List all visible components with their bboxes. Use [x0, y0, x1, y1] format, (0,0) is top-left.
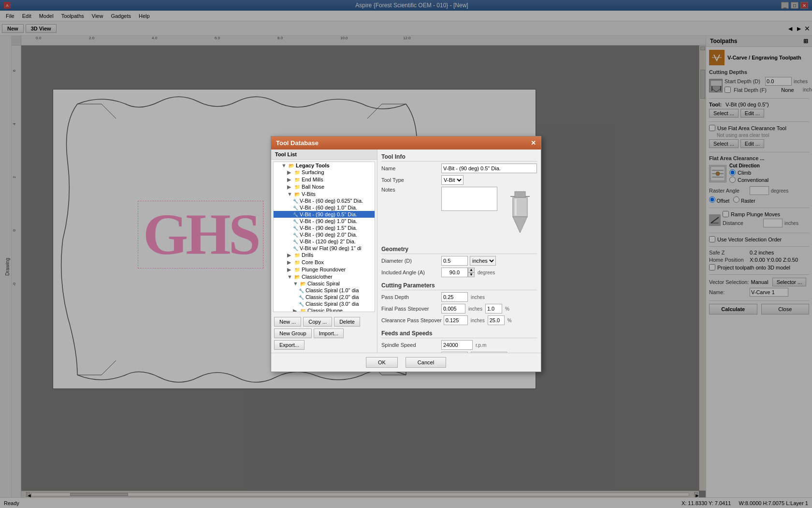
final-pass-input[interactable]: [441, 304, 465, 314]
dialog-cancel-btn[interactable]: Cancel: [406, 357, 446, 368]
export-btn[interactable]: Export...: [274, 340, 304, 350]
expand-classic-spiral[interactable]: ▼: [293, 281, 299, 286]
clearance-row: Clearance Pass Stepover inches %: [381, 315, 537, 325]
dialog-title: Tool Database: [276, 139, 319, 147]
tree-classic-plunge[interactable]: ▶ 📁 Classic Plunge: [274, 307, 375, 312]
tree-cs-20[interactable]: 🔧 Classic Spiral (2.0" dia: [274, 294, 375, 300]
clearance-pct-sign: %: [508, 318, 512, 323]
tree-classic-other[interactable]: ▼ 📂 Classic/other: [274, 273, 375, 280]
tree-drills[interactable]: ▶ 📁 Drills: [274, 252, 375, 259]
tree-surfacing[interactable]: ▶ 📁 Surfacing: [274, 169, 375, 176]
tool-info-section: Tool Info Name Tool Type V-Bit Notes: [381, 153, 537, 241]
svg-rect-23: [515, 199, 517, 215]
ok-btn[interactable]: OK: [366, 357, 398, 368]
folder-endmills-icon: 📁: [294, 177, 300, 182]
tool-image-container: D: [503, 187, 537, 241]
expand-ballnose[interactable]: ▶: [287, 184, 293, 190]
expand-classic-plunge[interactable]: ▶: [293, 308, 299, 312]
folder-drills-icon: 📁: [294, 253, 300, 258]
cutting-params-section: Cutting Parameters Pass Depth inches Fin…: [381, 282, 537, 325]
modal-overlay: Tool Database ✕ Tool List ▼ 📂 Legacy Too…: [0, 0, 812, 508]
dialog-titlebar: Tool Database ✕: [271, 136, 541, 149]
expand-legacy[interactable]: ▼: [281, 163, 287, 168]
notes-textarea[interactable]: [441, 187, 497, 211]
tree-end-mills[interactable]: ▶ 📁 End Mills: [274, 176, 375, 183]
tool-icon-1: 🔧: [293, 199, 298, 204]
tree-vbits[interactable]: ▼ 📂 V-Bits: [274, 191, 375, 197]
spindle-input[interactable]: [441, 340, 473, 350]
angle-spinner-btns: ▲ ▼: [468, 268, 475, 277]
angle-row: Included Angle (A) ▲ ▼ degrees: [381, 268, 537, 277]
copy-tool-btn[interactable]: Copy ...: [303, 317, 332, 327]
tool-info-panel: Tool Info Name Tool Type V-Bit Notes: [377, 149, 541, 353]
feed-unit-select[interactable]: inches/min mm/min: [471, 352, 507, 353]
tool-list-buttons: New ... Copy ... Delete New Group Import…: [271, 314, 377, 353]
diameter-unit-select[interactable]: inches mm: [470, 256, 496, 266]
new-group-btn[interactable]: New Group: [274, 329, 312, 338]
tree-plunge-roundover[interactable]: ▶ 📁 Plunge Roundover: [274, 266, 375, 273]
tree-vbit-90-20[interactable]: 🔧 V-Bit - (90 deg) 2.0" Dia.: [274, 231, 375, 238]
clearance-input[interactable]: [444, 315, 468, 325]
expand-drills[interactable]: ▶: [287, 252, 293, 258]
tool-icon-8: 🔧: [293, 246, 298, 251]
name-field-label: Name: [381, 165, 439, 171]
tree-cs-30[interactable]: 🔧 Classic Spiral (3.0" dia: [274, 300, 375, 307]
angle-input[interactable]: [441, 268, 468, 277]
import-btn[interactable]: Import...: [314, 329, 344, 338]
expand-vbits[interactable]: ▼: [287, 191, 293, 197]
dialog-close-icon[interactable]: ✕: [531, 139, 536, 147]
svg-marker-20: [513, 217, 527, 233]
clearance-label: Clearance Pass Stepover: [381, 317, 442, 323]
new-tool-btn[interactable]: New ...: [274, 317, 301, 327]
clearance-pct-input[interactable]: [488, 315, 505, 325]
tree-vbit-flat[interactable]: 🔧 V-Bit w/ Flat (90 deg) 1" di: [274, 245, 375, 252]
expand-classic[interactable]: ▼: [287, 274, 293, 280]
tree-vbit-60-10[interactable]: 🔧 V-Bit - (60 deg) 1.0" Dia.: [274, 204, 375, 211]
tree-vbit-90-15[interactable]: 🔧 V-Bit - (90 deg) 1.5" Dia.: [274, 224, 375, 231]
tree-cs-10[interactable]: 🔧 Classic Spiral (1.0" dia: [274, 287, 375, 294]
tree-classic-spiral-group[interactable]: ▼ 📂 Classic Spiral: [274, 280, 375, 287]
delete-tool-btn[interactable]: Delete: [334, 317, 360, 327]
tree-vbit-120-2[interactable]: 🔧 V-Bit - (120 deg) 2" Dia.: [274, 238, 375, 245]
final-pass-pct-input[interactable]: [485, 304, 502, 314]
feeds-speeds-title: Feeds and Speeds: [381, 330, 537, 338]
diameter-input[interactable]: [441, 256, 468, 266]
tool-name-input[interactable]: [441, 164, 537, 173]
tool-icon-2: 🔧: [293, 206, 298, 210]
dialog-body: Tool List ▼ 📂 Legacy Tools ▶ 📁 Surfacing: [271, 149, 541, 353]
tree-vbit-60-625[interactable]: 🔧 V-Bit - (60 deg) 0.625" Dia.: [274, 197, 375, 204]
tree-vbit-90-10[interactable]: 🔧 V-Bit - (90 deg) 1.0" Dia.: [274, 218, 375, 224]
angle-up-btn[interactable]: ▲: [468, 268, 475, 272]
angle-unit: degrees: [478, 270, 495, 275]
notes-row: Notes D: [381, 187, 537, 241]
tool-info-title: Tool Info: [381, 153, 537, 162]
tool-icon-cs3: 🔧: [299, 302, 304, 307]
tool-list-tree[interactable]: ▼ 📂 Legacy Tools ▶ 📁 Surfacing ▶ 📁 End M…: [273, 162, 375, 312]
tree-legacy-tools[interactable]: ▼ 📂 Legacy Tools: [274, 162, 375, 169]
tool-list-panel: Tool List ▼ 📂 Legacy Tools ▶ 📁 Surfacing: [271, 149, 377, 353]
final-pass-unit: inches: [468, 306, 482, 312]
tool-3d-image: D: [503, 187, 537, 240]
feed-input[interactable]: [441, 352, 468, 353]
expand-surfacing[interactable]: ▶: [287, 169, 293, 176]
geometry-section: Geometry Diameter (D) inches mm Included…: [381, 246, 537, 277]
tree-vbit-90-05[interactable]: 🔧 V-Bit - (90 deg) 0.5" Dia.: [274, 211, 375, 218]
pass-depth-input[interactable]: [441, 292, 468, 302]
tool-type-select[interactable]: V-Bit: [441, 175, 464, 185]
expand-endmills[interactable]: ▶: [287, 177, 293, 183]
expand-corebox[interactable]: ▶: [287, 259, 293, 266]
angle-down-btn[interactable]: ▼: [468, 272, 475, 277]
expand-plunge[interactable]: ▶: [287, 267, 293, 273]
svg-rect-24: [515, 192, 525, 197]
tool-icon-cs1: 🔧: [299, 288, 304, 293]
tree-core-box[interactable]: ▶ 📁 Core Box: [274, 259, 375, 266]
geometry-title: Geometry: [381, 246, 537, 254]
final-pass-pct-sign: %: [505, 306, 509, 312]
final-pass-row: Final Pass Stepover inches %: [381, 304, 537, 314]
feeds-speeds-section: Feeds and Speeds Spindle Speed r.p.m Fee…: [381, 330, 537, 353]
folder-icon: 📂: [289, 163, 294, 168]
tree-ball-nose[interactable]: ▶ 📁 Ball Nose: [274, 183, 375, 191]
folder-plunge-icon: 📁: [294, 267, 300, 272]
final-pass-label: Final Pass Stepover: [381, 306, 439, 312]
pass-depth-unit: inches: [471, 295, 485, 300]
